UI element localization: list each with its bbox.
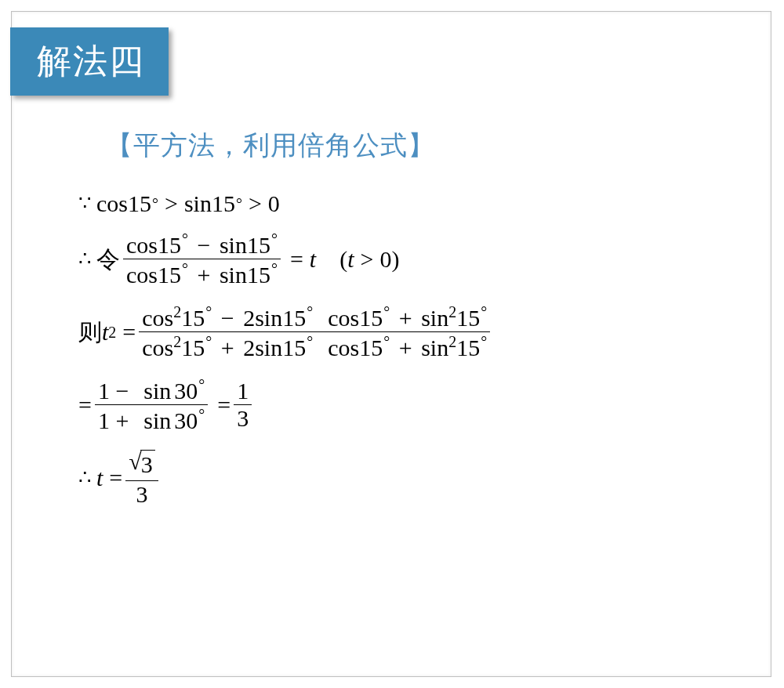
zero: 0 <box>379 248 391 271</box>
fraction-numerator: cos15° − sin15° <box>123 230 281 259</box>
var-t: t <box>102 320 108 344</box>
cos-fn: cos <box>96 192 128 215</box>
fraction: 1 − sin30° 1 + sin30° <box>95 375 208 434</box>
var-t: t <box>96 466 103 490</box>
fraction-denominator: cos15° + sin15° <box>123 259 281 288</box>
document-card: 解法四 【平方法，利用倍角公式】 cos15° > sin15° > 0 令 c… <box>11 11 771 677</box>
paren-open: ( <box>339 248 347 271</box>
var-t: t <box>310 248 316 271</box>
fraction-numerator: 1 <box>234 378 252 405</box>
angle-15: 15 <box>128 192 151 215</box>
var-t: t <box>347 248 354 271</box>
math-line-4: = 1 − sin30° 1 + sin30° = 1 3 <box>78 375 729 434</box>
fraction: √ 3 3 <box>125 448 158 508</box>
eq-symbol: = <box>78 393 92 417</box>
radicand: 3 <box>140 450 155 479</box>
degree-symbol: ° <box>236 196 242 212</box>
math-body: cos15° > sin15° > 0 令 cos15° − sin15° co… <box>78 192 729 522</box>
subtitle-text: 【平方法，利用倍角公式】 <box>106 128 435 164</box>
fraction-numerator: 1 − sin30° <box>95 375 208 405</box>
then-text: 则 <box>78 320 102 344</box>
angle-15: 15 <box>212 192 235 215</box>
fraction-numerator: √ 3 <box>125 448 158 481</box>
gt-symbol: > <box>249 192 262 215</box>
math-line-5: t = √ 3 3 <box>78 448 729 508</box>
title-text: 解法四 <box>37 42 145 80</box>
fraction-denominator: 3 <box>133 481 151 508</box>
zero: 0 <box>268 192 280 215</box>
eq-symbol: = <box>290 248 303 271</box>
eq-symbol: = <box>217 393 230 417</box>
eq-symbol: = <box>109 466 122 490</box>
math-line-3: 则 t2 = cos215° − 2sin15° cos15° + sin215… <box>78 302 729 361</box>
gt-symbol: > <box>165 192 178 215</box>
sqrt: √ 3 <box>129 450 154 479</box>
title-badge: 解法四 <box>10 27 169 96</box>
sin-fn: sin <box>184 192 212 215</box>
exponent: 2 <box>108 324 116 340</box>
fraction-denominator: 1 + sin30° <box>95 405 208 434</box>
degree-symbol: ° <box>152 196 158 212</box>
let-text: 令 <box>96 248 120 271</box>
because-symbol <box>78 194 92 214</box>
paren-close: ) <box>391 248 399 271</box>
eq-symbol: = <box>122 320 136 344</box>
math-line-2: 令 cos15° − sin15° cos15° + sin15° = t (t <box>78 230 729 288</box>
fraction-denominator: 3 <box>234 405 252 432</box>
fraction: cos215° − 2sin15° cos15° + sin215° cos21… <box>139 302 490 361</box>
fraction-denominator: cos215° + 2sin15° cos15° + sin215° <box>139 332 490 361</box>
math-line-1: cos15° > sin15° > 0 <box>78 192 729 215</box>
therefore-symbol <box>78 249 92 270</box>
fraction: 1 3 <box>234 378 252 432</box>
fraction: cos15° − sin15° cos15° + sin15° <box>123 230 281 288</box>
gt-symbol: > <box>361 248 374 271</box>
fraction-numerator: cos215° − 2sin15° cos15° + sin215° <box>139 302 490 332</box>
therefore-symbol <box>78 468 92 488</box>
